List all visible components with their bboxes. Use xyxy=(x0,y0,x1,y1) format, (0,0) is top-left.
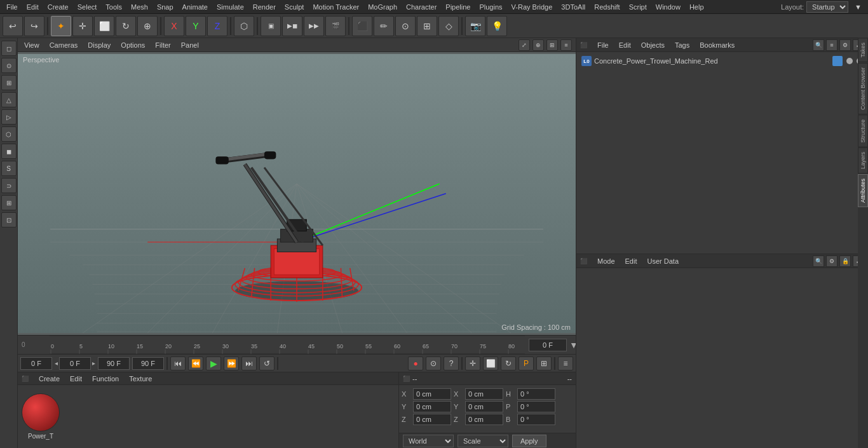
menu-select[interactable]: Select xyxy=(74,2,101,12)
sidebar-btn-3[interactable]: ⊞ xyxy=(1,75,17,90)
obj-visibility-dot-1[interactable] xyxy=(846,58,853,64)
timeline[interactable]: 0 0 5 10 15 20 25 xyxy=(18,335,576,354)
timeline-button[interactable]: ≡ xyxy=(558,356,573,370)
menu-vray[interactable]: V-Ray Bridge xyxy=(508,2,557,12)
world-dropdown[interactable]: World Object xyxy=(403,435,454,447)
viewport-3d[interactable]: Perspective Grid Spacing : 100 cm xyxy=(18,52,576,335)
menu-window[interactable]: Window xyxy=(652,2,684,12)
scale-key-button[interactable]: ⬜ xyxy=(483,356,498,370)
layout-expand[interactable]: ▼ xyxy=(851,2,865,12)
attr-x-pos2[interactable] xyxy=(465,388,503,400)
pla-key-button[interactable]: ⊞ xyxy=(536,356,552,370)
menu-tools[interactable]: Tools xyxy=(102,2,126,12)
tab-layers[interactable]: Layers xyxy=(858,147,868,173)
menu-mograph[interactable]: MoGraph xyxy=(364,2,401,12)
menu-file[interactable]: File xyxy=(3,2,22,12)
menu-sculpt[interactable]: Sculpt xyxy=(281,2,308,12)
obj-menu-edit[interactable]: Edit xyxy=(616,41,634,50)
sidebar-btn-9[interactable]: ⊃ xyxy=(1,178,17,193)
sidebar-btn-7[interactable]: ◼ xyxy=(1,144,17,159)
obj-menu-file[interactable]: File xyxy=(595,41,611,50)
step-forward-button[interactable]: ⏩ xyxy=(224,356,239,370)
sidebar-btn-10[interactable]: ⊞ xyxy=(1,195,17,210)
menu-help[interactable]: Help xyxy=(686,2,708,12)
obj-settings-btn[interactable]: ⚙ xyxy=(839,39,851,51)
sidebar-btn-6[interactable]: ⬡ xyxy=(1,126,17,142)
z-axis-button[interactable]: Z xyxy=(207,16,227,36)
auto-key-button[interactable]: ? xyxy=(444,356,459,370)
menu-motion-tracker[interactable]: Motion Tracker xyxy=(309,2,363,12)
vp-menu-panel[interactable]: Panel xyxy=(179,40,201,50)
prev-frame-arrow[interactable]: ◂ xyxy=(55,360,58,367)
attr-x-pos[interactable] xyxy=(413,388,451,400)
menu-redshift[interactable]: Redshift xyxy=(590,2,623,12)
camera-button[interactable]: 📷 xyxy=(465,16,485,36)
attr-mgr-edit[interactable]: Edit xyxy=(623,257,640,266)
end-frame-input[interactable] xyxy=(98,357,130,370)
object-row-main[interactable]: L0 Concrete_Power_Trowel_Machine_Red xyxy=(579,55,865,67)
menu-simulate[interactable]: Simulate xyxy=(213,2,248,12)
record-active-button[interactable]: ⊙ xyxy=(426,356,441,370)
mat-menu-edit[interactable]: Edit xyxy=(67,374,85,383)
menu-render[interactable]: Render xyxy=(249,2,280,12)
universal-mode-button[interactable]: ⊕ xyxy=(137,16,158,36)
y-axis-button[interactable]: Y xyxy=(186,16,206,36)
mat-menu-function[interactable]: Function xyxy=(90,374,121,383)
menu-snap[interactable]: Snap xyxy=(153,2,177,12)
menu-create[interactable]: Create xyxy=(44,2,72,12)
step-back-button[interactable]: ⏪ xyxy=(188,356,203,370)
menu-3dtoall[interactable]: 3DToAll xyxy=(557,2,589,12)
vp-menu-display[interactable]: Display xyxy=(85,40,113,50)
light-button[interactable]: 💡 xyxy=(487,16,507,36)
obj-search-btn[interactable]: 🔍 xyxy=(813,39,824,51)
menu-mesh[interactable]: Mesh xyxy=(127,2,152,12)
attr-b-rot[interactable] xyxy=(517,414,555,425)
tab-attributes[interactable]: Attributes xyxy=(858,174,868,207)
tab-content-browser[interactable]: Content Browser xyxy=(858,63,868,114)
cube-button[interactable]: ⬛ xyxy=(352,16,372,36)
menu-pipeline[interactable]: Pipeline xyxy=(442,2,474,12)
rotate-mode-button[interactable]: ↻ xyxy=(116,16,136,36)
menu-edit[interactable]: Edit xyxy=(23,2,43,12)
vp-ctrl-1[interactable]: ⤢ xyxy=(519,39,530,51)
obj-menu-objects[interactable]: Objects xyxy=(639,41,667,50)
sidebar-btn-1[interactable]: ◻ xyxy=(1,41,17,56)
move-key-button[interactable]: ✛ xyxy=(465,356,480,370)
attr-mgr-mode[interactable]: Mode xyxy=(595,257,618,266)
attr-y-pos[interactable] xyxy=(413,401,451,412)
x-axis-button[interactable]: X xyxy=(164,16,184,36)
vp-menu-view[interactable]: View xyxy=(22,40,42,50)
current-frame-input[interactable] xyxy=(59,357,91,370)
menu-script[interactable]: Script xyxy=(625,2,651,12)
render-to-po-button[interactable]: 🎬 xyxy=(325,16,346,36)
sidebar-btn-4[interactable]: △ xyxy=(1,92,17,107)
deformer-button[interactable]: ◇ xyxy=(438,16,459,36)
menu-character[interactable]: Character xyxy=(402,2,440,12)
vp-ctrl-4[interactable]: ≡ xyxy=(560,39,572,51)
material-ball[interactable] xyxy=(22,393,60,431)
loop-button[interactable]: ↺ xyxy=(259,356,275,370)
move-mode-button[interactable]: ✛ xyxy=(72,16,93,36)
goto-end-button[interactable]: ⏭ xyxy=(241,356,257,370)
obj-filter-btn[interactable]: ≡ xyxy=(826,39,837,51)
next-frame-arrow[interactable]: ▸ xyxy=(92,360,95,367)
redo-button[interactable]: ↪ xyxy=(24,16,44,36)
tab-takes[interactable]: Takes xyxy=(858,38,868,62)
mat-menu-create[interactable]: Create xyxy=(36,374,62,383)
end-frame2-input[interactable] xyxy=(132,357,164,370)
menu-plugins[interactable]: Plugins xyxy=(475,2,506,12)
render-active-button[interactable]: ▶◼ xyxy=(282,16,302,36)
render-region-button[interactable]: ▣ xyxy=(261,16,281,36)
param-key-button[interactable]: P xyxy=(519,356,534,370)
sidebar-btn-11[interactable]: ⊡ xyxy=(1,212,17,227)
vp-menu-filter[interactable]: Filter xyxy=(153,40,173,50)
menu-animate[interactable]: Animate xyxy=(179,2,212,12)
timeline-ruler[interactable]: 0 5 10 15 20 25 30 35 40 45 50 55 xyxy=(50,336,525,355)
vp-menu-cameras[interactable]: Cameras xyxy=(47,40,81,50)
attr-z-pos[interactable] xyxy=(413,414,451,425)
attr-z-pos2[interactable] xyxy=(465,414,503,425)
attr-search-btn[interactable]: 🔍 xyxy=(813,255,824,267)
rotate-key-button[interactable]: ↻ xyxy=(501,356,516,370)
obj-menu-tags[interactable]: Tags xyxy=(672,41,692,50)
preview-frame-input[interactable] xyxy=(529,339,567,351)
